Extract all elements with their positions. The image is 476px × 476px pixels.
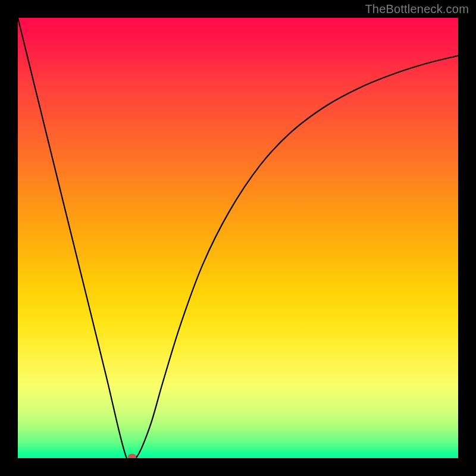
- curve-path: [18, 18, 458, 458]
- bottleneck-curve: [18, 18, 458, 458]
- plot-area: [18, 18, 458, 458]
- watermark-text: TheBottleneck.com: [365, 2, 469, 16]
- chart-frame: TheBottleneck.com: [0, 0, 476, 476]
- optimal-point-marker: [128, 453, 136, 458]
